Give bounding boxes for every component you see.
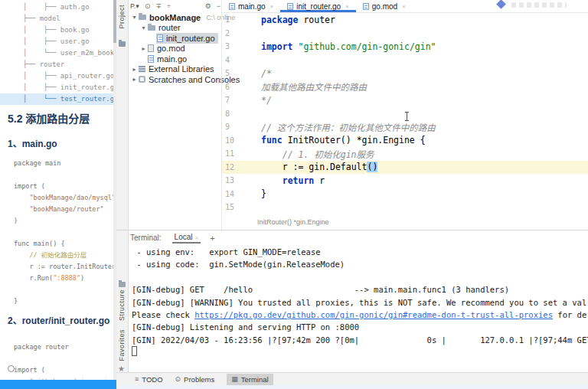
code-segment: }	[14, 297, 18, 305]
editor-tab[interactable]: go.mod×	[356, 0, 413, 12]
editor-line: 10func InitRouter() *gin.Engine {	[222, 134, 588, 148]
doc-subsection-2: 2、router/init_router.go	[8, 313, 109, 326]
project-tree-row[interactable]: main.go	[129, 54, 221, 64]
gear-icon[interactable]: ⚙	[205, 2, 211, 10]
project-tree-row[interactable]: ▸External Libraries	[129, 64, 221, 75]
project-tree-row[interactable]: ▸go.mod	[129, 44, 221, 54]
doc-code-line: r := router.InitRouter()	[14, 261, 113, 273]
close-icon[interactable]: ×	[270, 3, 274, 10]
terminal-line: [GIN-debug] Listening and serving HTTP o…	[132, 321, 588, 333]
doc-tree-line: │ └── test_router.go	[0, 93, 113, 105]
code-segment: "bookManage/router"	[29, 205, 103, 213]
terminal-line: - using env: export GIN_MODE=release	[132, 246, 588, 258]
terminal-text: - using code: gin.SetMode(gin.ReleaseMod…	[132, 260, 345, 269]
tool-tab-todo[interactable]: ≡TODO	[135, 374, 163, 385]
editor-line-text	[240, 108, 266, 119]
line-number: 12	[222, 163, 240, 172]
close-icon[interactable]: ×	[345, 3, 349, 10]
collapse-all-icon[interactable]: ∓	[155, 2, 162, 10]
editor-line: 5/*	[222, 67, 588, 80]
chevron-down-icon[interactable]: ▾	[131, 14, 138, 21]
code-segment: InitRouter() *gin.Engine {	[283, 135, 426, 145]
project-folder-icon[interactable]	[119, 41, 126, 47]
editor-line: 2	[222, 27, 588, 41]
structure-tool-tab[interactable]: Structure	[118, 289, 126, 321]
editor-line-text: r := gin.Default()	[240, 162, 377, 172]
video-progress-bar	[0, 380, 116, 389]
code-segment	[261, 175, 283, 186]
line-number: 10	[222, 136, 240, 145]
folder-icon	[148, 25, 155, 31]
project-tree-row[interactable]: init_router.go	[129, 33, 221, 44]
hide-panel-icon[interactable]: −	[217, 2, 220, 10]
terminal-link[interactable]: https://pkg.go.dev/github.com/gin-gonic/…	[194, 310, 553, 319]
chevron-right-icon[interactable]: ▸	[131, 66, 138, 73]
doc-code-line: "bookManage/dao/mysql"	[14, 192, 113, 204]
doc-tree-line: │ ├── auth.go	[0, 2, 113, 13]
scratches-icon	[139, 76, 145, 83]
code-segment: return	[283, 175, 315, 186]
editor-line-text: func InitRouter() *gin.Engine {	[240, 135, 426, 145]
project-tree-row[interactable]: ▾bookManageC:\ online	[129, 12, 221, 23]
code-segment: package	[261, 15, 298, 25]
terminal-divider[interactable]	[116, 230, 588, 230]
expand-icon[interactable]: ÷	[167, 2, 171, 10]
project-tree-row-label: go.mod	[157, 44, 185, 53]
code-segment: ()	[367, 162, 377, 172]
chevron-down-icon[interactable]: ▾	[140, 25, 147, 31]
editor-tab[interactable]: main.go×	[222, 0, 280, 12]
tool-tab-problems[interactable]: ⊙Problems	[175, 374, 215, 385]
doc-code-line	[14, 284, 113, 296]
code-segment: )	[14, 217, 18, 224]
close-icon[interactable]: ×	[194, 234, 198, 241]
code-segment	[14, 251, 29, 259]
terminal-session-tab-label: Local	[175, 233, 193, 241]
close-icon[interactable]: ×	[402, 3, 406, 10]
terminal-cursor	[132, 346, 137, 356]
status-strip	[116, 385, 588, 389]
terminal-output[interactable]: - using env: export GIN_MODE=release - u…	[132, 246, 588, 361]
project-tree-row-content: router	[147, 23, 184, 34]
doc-tree-line: │ ├── init_router.go	[0, 82, 113, 93]
code-segment	[261, 149, 283, 160]
new-terminal-button[interactable]: +	[210, 234, 214, 243]
project-tree-row-content: go.mod	[147, 44, 188, 54]
go-file-icon	[157, 34, 163, 42]
chevron-right-icon[interactable]: ▸	[131, 76, 138, 83]
project-selector[interactable]: P.▾	[130, 2, 139, 10]
editor-tab[interactable]: init_router.go×	[280, 0, 356, 12]
code-segment: )	[80, 274, 84, 282]
terminal-line: [GIN-debug] [WARNING] You trusted all pr…	[132, 296, 588, 309]
project-tree-row[interactable]: ▾router	[129, 23, 221, 34]
favorites-tool-tab[interactable]: Favorites	[118, 329, 126, 361]
code-segment: func	[261, 135, 283, 145]
terminal-text: [GIN] 2022/04/03 - 16:23:56 |?[97;42m 20…	[132, 335, 588, 345]
editor-line-text: // 这个方法作用：初始化其他文件中的路由	[240, 121, 436, 133]
editor-line-text: return r	[240, 175, 325, 186]
line-number: 13	[222, 176, 240, 185]
code-segment: package main	[14, 159, 60, 167]
code-segment: package router	[14, 343, 69, 351]
doc-code-line: r.Run(":8888")	[14, 273, 113, 284]
project-tree-row-label: init_router.go	[166, 34, 215, 43]
watermark-text-ghost	[511, 2, 567, 8]
code-segment: 加载其他路由文件中的路由	[261, 82, 367, 93]
project-tool-tab[interactable]: Project	[118, 5, 126, 29]
editor-line: 15	[222, 201, 588, 214]
doc-tree-line: ├── router	[0, 59, 113, 70]
terminal-text: for de	[553, 310, 586, 319]
editor-tab-label: init_router.go	[296, 2, 341, 11]
structure-icon[interactable]	[119, 282, 126, 287]
tool-window-stripe: Project Structure Favorites ★	[116, 0, 129, 389]
project-tree-row[interactable]: ▸Scratches and Consoles	[129, 74, 221, 85]
locate-icon[interactable]: ⊙	[145, 2, 151, 10]
chevron-right-icon[interactable]: ▸	[140, 45, 147, 52]
line-number: 7	[222, 96, 240, 104]
tool-tab-terminal[interactable]: ▦Terminal	[227, 374, 273, 385]
bottom-tool-bar: ≡TODO⊙Problems▦Terminal	[116, 372, 588, 385]
go-file-icon	[287, 3, 293, 10]
terminal-session-tab[interactable]: Local×	[172, 233, 201, 244]
doc-code-line	[14, 169, 113, 181]
code-segment: func main() {	[14, 240, 65, 247]
editor-line-text: /*	[240, 68, 272, 79]
